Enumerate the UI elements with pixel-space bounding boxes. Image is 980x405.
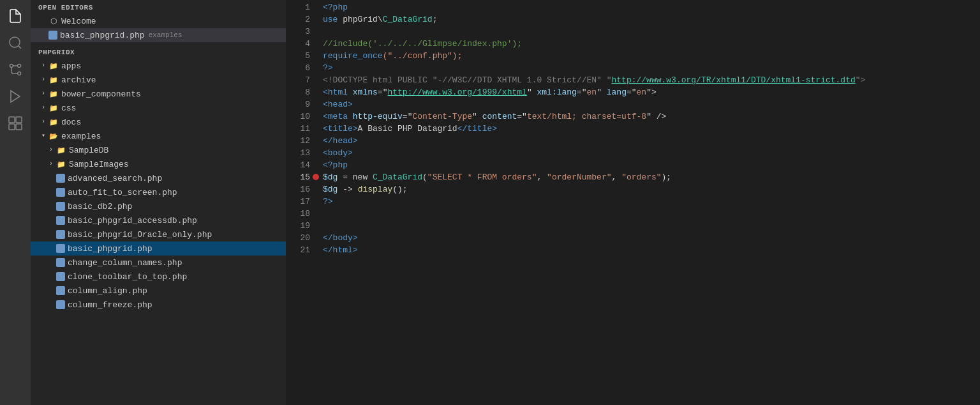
php-icon-changecolumn <box>56 258 65 267</box>
code-line-7: <!DOCTYPE html PUBLIC "-//W3C//DTD XHTML… <box>323 74 980 86</box>
svg-point-0 <box>10 37 20 47</box>
tree-item-examples[interactable]: examples <box>31 129 286 143</box>
code-line-9: <head> <box>323 98 980 111</box>
tree-label-basic-phpgrid: basic_phpgrid.php <box>68 244 152 254</box>
svg-point-2 <box>10 65 13 68</box>
line-number-19: 19 <box>286 220 318 232</box>
code-line-17: ?> <box>323 195 980 208</box>
php-file-icon-1 <box>48 31 57 40</box>
code-line-12: </head> <box>323 135 980 147</box>
tree-item-advanced-search[interactable]: advanced_search.php <box>31 171 286 185</box>
debug-icon[interactable] <box>4 86 26 107</box>
tree-item-oracle[interactable]: basic_phpgrid_Oracle_only.php <box>31 227 286 241</box>
folder-sampleimages-icon <box>56 159 66 169</box>
activity-bar <box>0 0 31 405</box>
folder-bower-icon <box>48 89 59 99</box>
line-number-14: 14 <box>286 159 318 171</box>
tree-item-sampleimages[interactable]: SampleImages <box>31 157 286 171</box>
svg-rect-11 <box>16 124 22 130</box>
tree-label-archive: archive <box>61 75 96 85</box>
php-icon-clonetoolbar <box>56 272 65 281</box>
code-line-11: <title>A Basic PHP Datagrid</title> <box>323 123 980 135</box>
svg-line-1 <box>19 46 21 49</box>
tree-label-columnalign: column_align.php <box>68 286 147 296</box>
tree-item-columnfreeze[interactable]: column_freeze.php <box>31 298 286 312</box>
files-icon[interactable] <box>4 5 26 27</box>
code-line-14: <?php <box>323 159 980 171</box>
tree-item-bower[interactable]: bower_components <box>31 87 286 101</box>
tree-item-clonetoolbar[interactable]: clone_toolbar_to_top.php <box>31 270 286 284</box>
tree-label-apps: apps <box>61 61 81 71</box>
line-number-21: 21 <box>286 244 318 256</box>
code-line-15: $dg = new C_DataGrid("SELECT * FROM orde… <box>323 171 980 183</box>
open-editor-welcome[interactable]: ⬡ Welcome <box>31 14 286 28</box>
code-line-3 <box>323 26 980 38</box>
svg-point-3 <box>18 72 21 75</box>
open-editors-title: OPEN EDITORS <box>31 0 286 14</box>
source-control-icon[interactable] <box>4 59 26 80</box>
folder-archive-icon <box>48 75 59 85</box>
code-line-4: //include('../../../Glimpse/index.php'); <box>323 38 980 50</box>
folder-css-icon <box>48 103 59 113</box>
tree-item-archive[interactable]: archive <box>31 73 286 87</box>
line-number-4: 4 <box>286 38 318 50</box>
line-number-6: 6 <box>286 62 318 74</box>
code-line-1: <?php <box>323 1 980 13</box>
tree-item-docs[interactable]: docs <box>31 115 286 129</box>
code-line-20: </body> <box>323 232 980 244</box>
extensions-icon[interactable] <box>4 112 26 134</box>
tree-item-apps[interactable]: apps <box>31 59 286 73</box>
line-number-13: 13 <box>286 147 318 159</box>
tree-item-autofit[interactable]: auto_fit_to_screen.php <box>31 185 286 199</box>
code-line-8: <html xmlns="http://www.w3.org/1999/xhtm… <box>323 86 980 98</box>
welcome-file-icon: ⬡ <box>48 16 59 26</box>
tree-label-examples: examples <box>61 132 101 141</box>
tree-item-basicdb2[interactable]: basic_db2.php <box>31 199 286 213</box>
folder-sampledb-icon <box>56 145 66 155</box>
code-body[interactable]: <?phpuse phpGrid\C_DataGrid;//include('.… <box>318 1 980 405</box>
php-icon-basic-phpgrid <box>56 244 65 253</box>
tree-item-accessdb[interactable]: basic_phpgrid_accessdb.php <box>31 213 286 227</box>
search-icon[interactable] <box>4 32 26 54</box>
editor: 123456789101112131415161718192021 <?phpu… <box>286 0 980 405</box>
php-icon-autofit <box>56 188 65 197</box>
line-number-10: 10 <box>286 111 318 123</box>
breakpoint-indicator <box>313 174 319 180</box>
tree-label-sampledb: SampleDB <box>69 146 108 155</box>
folder-examples-icon <box>48 131 59 141</box>
tree-label-autofit: auto_fit_to_screen.php <box>68 188 177 197</box>
tree-item-changecolumn[interactable]: change_column_names.php <box>31 256 286 270</box>
tree-item-css[interactable]: css <box>31 101 286 115</box>
line-number-1: 1 <box>286 1 318 13</box>
tree-item-basic-phpgrid[interactable]: basic_phpgrid.php <box>31 241 286 256</box>
chevron-apps <box>38 61 48 71</box>
php-icon-basicdb2 <box>56 202 65 211</box>
line-number-9: 9 <box>286 98 318 111</box>
open-editor-phpgrid-badge: examples <box>149 31 182 39</box>
code-area: 123456789101112131415161718192021 <?phpu… <box>286 0 980 405</box>
chevron-sampleimages <box>46 159 56 169</box>
line-number-16: 16 <box>286 183 318 195</box>
tree-label-columnfreeze: column_freeze.php <box>68 300 152 310</box>
line-number-2: 2 <box>286 13 318 26</box>
explorer-title: PHPGRIDX <box>31 45 286 59</box>
code-line-18 <box>323 208 980 220</box>
line-number-12: 12 <box>286 135 318 147</box>
open-editor-welcome-label: Welcome <box>61 17 96 26</box>
tree-label-sampleimages: SampleImages <box>69 160 129 169</box>
line-number-7: 7 <box>286 74 318 86</box>
php-icon-advsearch <box>56 174 65 183</box>
code-line-6: ?> <box>323 62 980 74</box>
svg-rect-10 <box>9 124 15 130</box>
folder-apps-icon <box>48 61 59 71</box>
line-number-18: 18 <box>286 208 318 220</box>
php-icon-accessdb <box>56 216 65 225</box>
open-editor-basic-phpgrid[interactable]: basic_phpgrid.php examples <box>31 28 286 42</box>
line-number-11: 11 <box>286 123 318 135</box>
tree-item-sampledb[interactable]: SampleDB <box>31 143 286 157</box>
tree-label-clonetoolbar: clone_toolbar_to_top.php <box>68 272 187 282</box>
line-number-17: 17 <box>286 195 318 208</box>
chevron-bower <box>38 89 48 99</box>
folder-docs-icon <box>48 117 59 127</box>
tree-item-columnalign[interactable]: column_align.php <box>31 284 286 298</box>
